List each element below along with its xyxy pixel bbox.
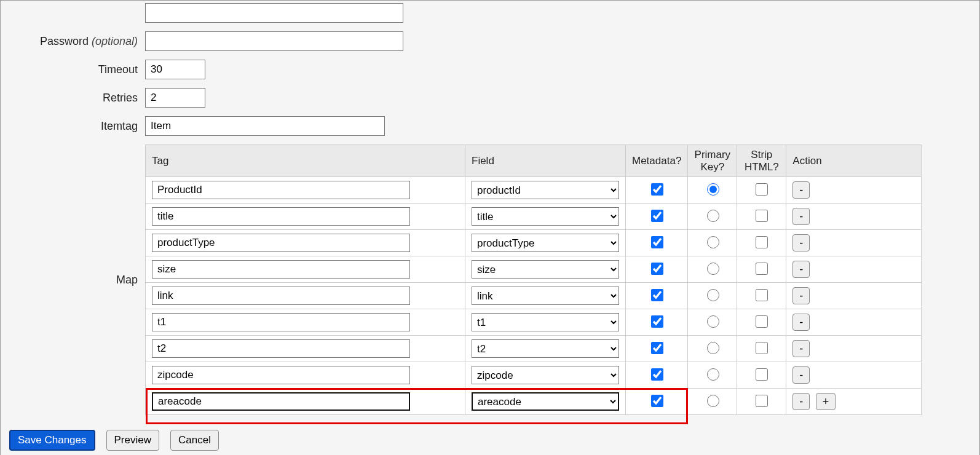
itemtag-input[interactable] (145, 116, 385, 136)
config-panel: Password (optional) Timeout Retries Item… (0, 0, 980, 455)
striphtml-checkbox[interactable] (756, 342, 768, 354)
tag-input[interactable] (152, 181, 410, 199)
primarykey-radio[interactable] (707, 315, 719, 328)
th-action: Action (786, 145, 922, 177)
metadata-checkbox[interactable] (651, 342, 663, 354)
th-primarykey: Primary Key? (688, 145, 737, 177)
field-select[interactable]: t2 (472, 339, 619, 358)
field-select[interactable]: t1 (472, 313, 619, 331)
th-metadata: Metadata? (626, 145, 688, 177)
add-row-button[interactable]: + (816, 393, 836, 410)
remove-row-button[interactable]: - (792, 261, 810, 278)
metadata-checkbox[interactable] (651, 183, 663, 196)
footer-buttons: Save Changes Preview Cancel (7, 430, 973, 451)
row-timeout: Timeout (7, 60, 973, 79)
tag-input[interactable] (152, 366, 410, 384)
metadata-checkbox[interactable] (651, 395, 663, 407)
password-input[interactable] (145, 31, 403, 51)
primarykey-radio[interactable] (707, 183, 719, 196)
tag-input[interactable] (152, 234, 410, 252)
table-row: productType- (146, 230, 922, 256)
remove-row-button[interactable]: - (792, 314, 810, 331)
striphtml-checkbox[interactable] (756, 210, 768, 222)
metadata-checkbox[interactable] (651, 315, 663, 328)
remove-row-button[interactable]: - (792, 393, 810, 410)
striphtml-checkbox[interactable] (756, 368, 768, 381)
table-row: size- (146, 256, 922, 283)
row-password: Password (optional) (7, 31, 973, 51)
row-retries: Retries (7, 88, 973, 108)
th-tag: Tag (146, 145, 465, 177)
striphtml-checkbox[interactable] (756, 289, 768, 301)
label-map: Map (7, 274, 145, 287)
label-retries: Retries (7, 92, 145, 105)
row-partial-top (7, 1, 973, 23)
field-select[interactable]: link (472, 287, 619, 305)
tag-input[interactable] (152, 313, 410, 331)
field-select[interactable]: zipcode (472, 366, 619, 384)
tag-input[interactable] (152, 392, 410, 411)
field-select[interactable]: productType (472, 234, 619, 252)
field-select[interactable]: productId (472, 181, 619, 199)
primarykey-radio[interactable] (707, 342, 719, 354)
tag-input[interactable] (152, 339, 410, 358)
primarykey-radio[interactable] (707, 289, 719, 301)
input-top-hidden[interactable] (145, 3, 403, 23)
remove-row-button[interactable]: - (792, 287, 810, 304)
primarykey-radio[interactable] (707, 395, 719, 407)
field-select[interactable]: areacode (472, 392, 619, 411)
timeout-input[interactable] (145, 60, 205, 79)
metadata-checkbox[interactable] (651, 368, 663, 381)
table-row: areacode- + (146, 389, 922, 415)
label-password: Password (optional) (7, 35, 145, 48)
table-row: productId- (146, 177, 922, 204)
row-map: Map Tag Field Metadata? Primary Key? Str… (7, 144, 973, 415)
map-table: Tag Field Metadata? Primary Key? Strip H… (145, 144, 922, 415)
table-row: link- (146, 283, 922, 309)
remove-row-button[interactable]: - (792, 181, 810, 199)
metadata-checkbox[interactable] (651, 289, 663, 301)
map-table-wrap: Tag Field Metadata? Primary Key? Strip H… (145, 144, 922, 415)
striphtml-checkbox[interactable] (756, 236, 768, 248)
field-select[interactable]: title (472, 207, 619, 226)
tag-input[interactable] (152, 260, 410, 279)
metadata-checkbox[interactable] (651, 263, 663, 275)
remove-row-button[interactable]: - (792, 366, 810, 384)
table-row: t2- (146, 336, 922, 362)
field-select[interactable]: size (472, 260, 619, 279)
preview-button[interactable]: Preview (106, 430, 159, 451)
tag-input[interactable] (152, 287, 410, 305)
table-row: title- (146, 204, 922, 230)
striphtml-checkbox[interactable] (756, 263, 768, 275)
label-itemtag: Itemtag (7, 120, 145, 133)
primarykey-radio[interactable] (707, 210, 719, 222)
remove-row-button[interactable]: - (792, 208, 810, 225)
label-timeout: Timeout (7, 63, 145, 76)
remove-row-button[interactable]: - (792, 340, 810, 357)
table-row: zipcode- (146, 362, 922, 389)
save-button[interactable]: Save Changes (9, 430, 95, 451)
table-row: t1- (146, 309, 922, 336)
remove-row-button[interactable]: - (792, 234, 810, 251)
metadata-checkbox[interactable] (651, 236, 663, 248)
th-field: Field (465, 145, 626, 177)
primarykey-radio[interactable] (707, 236, 719, 248)
tag-input[interactable] (152, 207, 410, 226)
striphtml-checkbox[interactable] (756, 183, 768, 196)
primarykey-radio[interactable] (707, 263, 719, 275)
th-striphtml: Strip HTML? (737, 145, 786, 177)
row-itemtag: Itemtag (7, 116, 973, 136)
metadata-checkbox[interactable] (651, 210, 663, 222)
striphtml-checkbox[interactable] (756, 315, 768, 328)
primarykey-radio[interactable] (707, 368, 719, 381)
retries-input[interactable] (145, 88, 205, 108)
cancel-button[interactable]: Cancel (170, 430, 219, 451)
striphtml-checkbox[interactable] (756, 395, 768, 407)
